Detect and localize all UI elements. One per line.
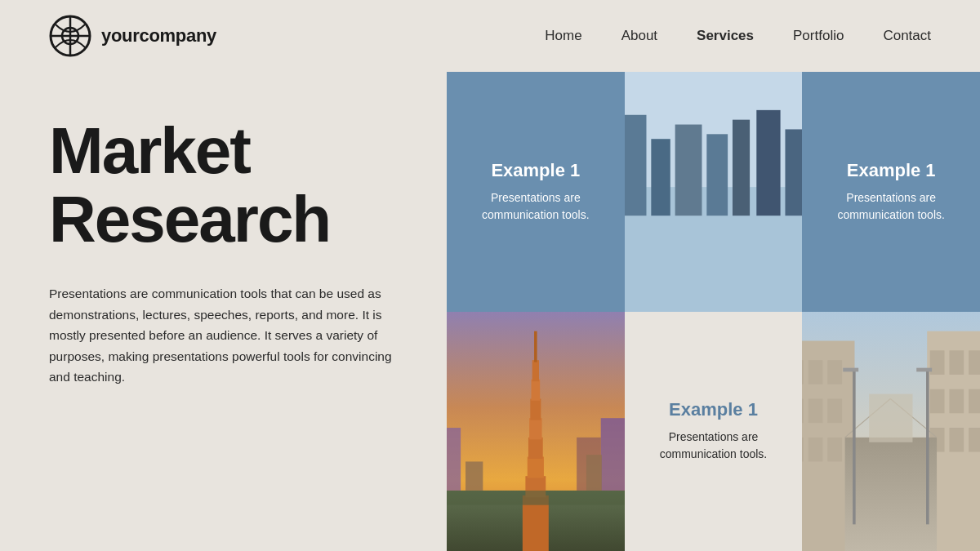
svg-rect-47 bbox=[828, 360, 843, 384]
svg-rect-53 bbox=[828, 437, 843, 461]
nav-about[interactable]: About bbox=[621, 28, 657, 44]
svg-rect-68 bbox=[844, 367, 859, 371]
svg-line-22 bbox=[672, 96, 752, 211]
svg-line-24 bbox=[752, 96, 803, 211]
svg-line-23 bbox=[672, 96, 752, 211]
svg-line-21 bbox=[625, 96, 672, 211]
svg-rect-16 bbox=[662, 100, 682, 108]
card-1-desc: Presentations are communication tools. bbox=[466, 189, 605, 224]
svg-rect-9 bbox=[678, 122, 697, 211]
svg-rect-28 bbox=[447, 428, 461, 491]
nav-services[interactable]: Services bbox=[697, 28, 754, 44]
cards-grid: Example 1 Presentations are communicatio… bbox=[447, 72, 980, 551]
svg-rect-6 bbox=[625, 127, 633, 211]
svg-rect-13 bbox=[762, 107, 784, 211]
svg-rect-39 bbox=[534, 331, 537, 362]
svg-rect-14 bbox=[788, 131, 803, 211]
nav-home[interactable]: Home bbox=[545, 28, 581, 44]
card-5[interactable]: Example 1 Presentations are communicatio… bbox=[625, 312, 803, 552]
card-5-desc: Presentations are communication tools. bbox=[644, 429, 783, 463]
svg-rect-49 bbox=[808, 398, 823, 423]
card-3-title: Example 1 bbox=[847, 160, 936, 181]
svg-rect-36 bbox=[530, 398, 541, 420]
svg-rect-57 bbox=[969, 350, 980, 375]
svg-rect-15 bbox=[666, 102, 678, 212]
svg-rect-7 bbox=[636, 112, 654, 211]
svg-rect-63 bbox=[969, 428, 980, 452]
page-description: Presentations are communication tools th… bbox=[49, 283, 392, 388]
svg-rect-29 bbox=[601, 418, 625, 491]
svg-rect-38 bbox=[532, 360, 539, 381]
left-panel: Market Research Presentations are commun… bbox=[0, 72, 447, 551]
site-header: yourcompany Home About Services Portfoli… bbox=[0, 0, 980, 72]
svg-rect-5 bbox=[625, 171, 803, 311]
logo-name: yourcompany bbox=[101, 25, 216, 47]
card-1[interactable]: Example 1 Presentations are communicatio… bbox=[447, 72, 625, 312]
main-content: Market Research Presentations are commun… bbox=[0, 72, 980, 551]
svg-rect-58 bbox=[930, 389, 945, 413]
nav-contact[interactable]: Contact bbox=[883, 28, 931, 44]
svg-rect-25 bbox=[625, 211, 803, 311]
svg-rect-51 bbox=[802, 437, 804, 461]
svg-rect-59 bbox=[950, 389, 964, 413]
svg-rect-4 bbox=[625, 72, 803, 312]
svg-rect-46 bbox=[808, 360, 823, 384]
card-3[interactable]: Example 1 Presentations are communicatio… bbox=[802, 72, 980, 312]
card-2 bbox=[625, 72, 803, 312]
svg-rect-64 bbox=[845, 437, 937, 551]
card-5-title: Example 1 bbox=[669, 399, 758, 420]
svg-rect-8 bbox=[658, 136, 675, 211]
svg-rect-71 bbox=[870, 393, 913, 442]
svg-rect-17 bbox=[664, 91, 680, 101]
card-1-title: Example 1 bbox=[491, 160, 580, 181]
logo-icon bbox=[49, 15, 91, 57]
svg-rect-33 bbox=[528, 456, 544, 478]
svg-rect-40 bbox=[466, 461, 483, 491]
svg-rect-18 bbox=[746, 102, 758, 212]
nav-portfolio[interactable]: Portfolio bbox=[793, 28, 844, 44]
svg-rect-60 bbox=[969, 389, 980, 413]
svg-rect-34 bbox=[528, 437, 543, 458]
page-title: Market Research bbox=[49, 117, 398, 254]
svg-rect-70 bbox=[917, 367, 933, 371]
svg-rect-69 bbox=[926, 370, 929, 524]
svg-rect-42 bbox=[447, 490, 625, 504]
svg-rect-10 bbox=[702, 131, 716, 211]
logo-area[interactable]: yourcompany bbox=[49, 15, 216, 57]
svg-rect-50 bbox=[828, 398, 843, 423]
svg-rect-11 bbox=[721, 117, 739, 211]
svg-rect-37 bbox=[532, 379, 541, 400]
svg-rect-67 bbox=[853, 370, 856, 524]
svg-rect-12 bbox=[744, 127, 758, 211]
main-nav: Home About Services Portfolio Contact bbox=[545, 28, 931, 44]
card-4 bbox=[447, 312, 625, 552]
svg-rect-35 bbox=[529, 418, 541, 439]
svg-rect-20 bbox=[744, 91, 760, 101]
svg-rect-55 bbox=[930, 350, 945, 375]
card-6 bbox=[802, 312, 980, 552]
svg-rect-19 bbox=[742, 100, 761, 108]
svg-rect-45 bbox=[802, 360, 804, 384]
svg-rect-48 bbox=[802, 398, 804, 423]
svg-rect-41 bbox=[586, 455, 602, 491]
svg-rect-62 bbox=[950, 428, 964, 452]
svg-rect-52 bbox=[808, 437, 823, 461]
card-3-desc: Presentations are communication tools. bbox=[822, 189, 960, 224]
svg-rect-56 bbox=[950, 350, 964, 375]
